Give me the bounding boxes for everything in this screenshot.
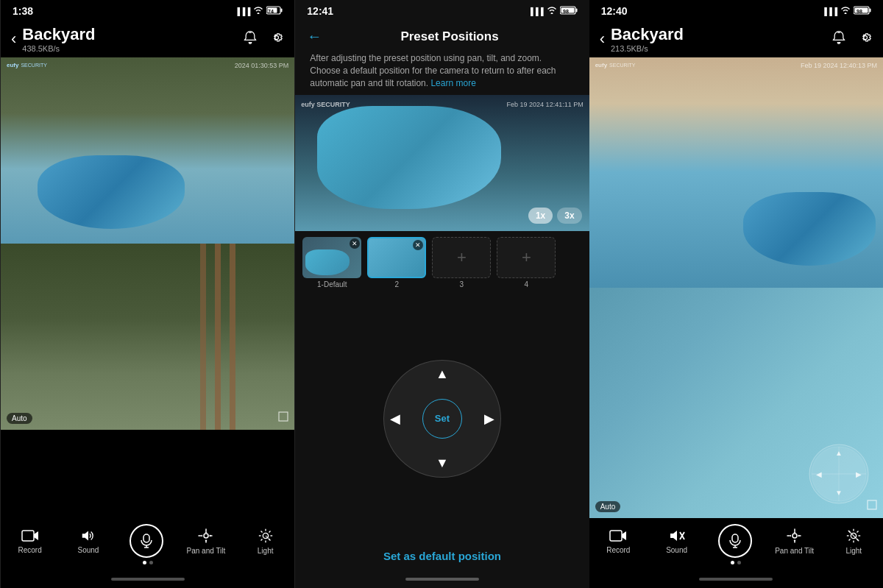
time-left: 1:38: [13, 5, 33, 17]
svg-rect-5: [279, 412, 288, 421]
back-button-left[interactable]: ‹: [11, 29, 16, 49]
header-left: ‹ Backyard 438.5KB/s: [1, 21, 294, 57]
cam-badge-right: eufy SECURITY: [595, 62, 636, 68]
record-label-left: Record: [18, 546, 42, 554]
preset-thumb-img-1[interactable]: ✕: [302, 237, 361, 278]
battery-right: 98: [854, 6, 871, 16]
ptz-left-button[interactable]: ◀: [390, 411, 400, 427]
bell-icon-left[interactable]: [243, 30, 258, 49]
ptz-down-button[interactable]: ▼: [436, 456, 449, 471]
svg-line-51: [857, 531, 859, 532]
preset-eufy-badge: eufy SECURITY: [301, 101, 350, 108]
sound-button-right[interactable]: Sound: [659, 528, 695, 554]
svg-rect-6: [22, 531, 34, 541]
camera-feed-top-right[interactable]: eufy SECURITY Feb 19 2024 12:40:13 PM: [589, 57, 883, 288]
light-button-left[interactable]: Light: [247, 528, 284, 555]
status-icons-right: ▐▐▐ 98: [822, 6, 871, 16]
bandwidth-left: 438.5KB/s: [22, 44, 237, 53]
left-panel: 1:38 ▐▐▐ 74 ‹ Backyard 438.5KB/s: [0, 0, 295, 588]
sound-label-right: Sound: [666, 546, 687, 554]
set-default-button[interactable]: Set as default position: [383, 550, 501, 562]
header-icons-right: [831, 30, 873, 49]
preset-thumb-img-2[interactable]: ✕: [367, 237, 426, 278]
page-dots-right: [589, 558, 883, 564]
record-button-left[interactable]: Record: [12, 528, 49, 554]
pantilt-icon-left: [197, 528, 215, 544]
record-icon-right: [609, 528, 627, 543]
pool-right-top-shape: [743, 192, 876, 266]
header-icons-left: [243, 30, 284, 49]
preset-thumb-add-3[interactable]: +: [432, 237, 491, 278]
time-right: 12:40: [601, 5, 628, 17]
learn-more-link[interactable]: Learn more: [430, 78, 475, 88]
svg-line-20: [266, 536, 270, 540]
sound-label-left: Sound: [77, 546, 99, 554]
svg-rect-26: [869, 9, 870, 13]
light-icon-left: [258, 528, 274, 544]
camera-feed-top-left[interactable]: eufy SECURITY 2024 01:30:53 PM: [1, 57, 294, 244]
ptz-set-button[interactable]: Set: [422, 399, 462, 439]
camera-feed-bottom-left[interactable]: Auto: [1, 244, 294, 430]
svg-point-10: [204, 534, 208, 538]
mic-button-left[interactable]: [128, 524, 165, 558]
pantilt-button-left[interactable]: Pan and Tilt: [187, 528, 226, 555]
preset-thumb-2: ✕ 2: [367, 237, 426, 288]
thumb-pool-1: [305, 249, 350, 275]
zoom-3x-button[interactable]: 3x: [557, 208, 581, 224]
dot-2-left: [149, 561, 153, 564]
toolbar-items-right: Record Sound Pan and Tilt: [589, 524, 883, 558]
ptz-ring: ▲ ▼ ◀ ▶ Set: [383, 360, 501, 478]
mic-button-right[interactable]: [717, 524, 753, 558]
preset-camera-large[interactable]: eufy SECURITY Feb 19 2024 12:41:11 PM 1x…: [295, 95, 589, 231]
svg-line-16: [260, 531, 262, 532]
fullscreen-icon-left[interactable]: [278, 411, 288, 424]
mic-icon-right[interactable]: [718, 524, 752, 558]
fence-2: [215, 244, 221, 430]
status-icons-left: ▐▐▐ 74: [235, 6, 283, 16]
record-icon-left: [21, 528, 39, 543]
set-default-bar: Set as default position: [295, 542, 589, 573]
dot-2-right: [737, 561, 741, 564]
record-button-right[interactable]: Record: [600, 528, 636, 554]
signal-icon-middle: ▐▐▐: [528, 7, 543, 15]
camera-feed-bottom-right[interactable]: Auto ▲ ▼ ◀ ▶: [589, 288, 883, 518]
pantilt-button-right[interactable]: Pan and Tilt: [775, 528, 814, 555]
cam-time-right: Feb 19 2024 12:40:13 PM: [801, 62, 877, 69]
svg-rect-7: [143, 534, 149, 542]
preset-thumb-label-2: 2: [367, 280, 426, 288]
svg-rect-1: [281, 9, 283, 13]
zoom-1x-button[interactable]: 1x: [528, 208, 553, 224]
preset-title: Preset Positions: [322, 29, 577, 44]
preset-thumb-x-2[interactable]: ✕: [413, 240, 423, 250]
sound-button-left[interactable]: Sound: [70, 528, 107, 554]
ptz-up-button[interactable]: ▲: [436, 366, 449, 382]
pantilt-label-right: Pan and Tilt: [775, 547, 814, 555]
gear-icon-right[interactable]: [858, 30, 873, 49]
preset-header: ← Preset Positions: [295, 21, 589, 49]
ptz-right-button[interactable]: ▶: [484, 411, 494, 427]
middle-panel: 12:41 ▐▐▐ 98 ← Preset Positions After ad…: [295, 0, 589, 588]
preset-description: After adjusting the preset position usin…: [295, 49, 589, 95]
svg-text:98: 98: [857, 9, 862, 14]
mic-icon-left[interactable]: [130, 524, 163, 558]
pool-left-top: [38, 155, 185, 229]
auto-badge-left: Auto: [7, 413, 32, 424]
signal-icon-left: ▐▐▐: [235, 7, 250, 15]
light-button-right[interactable]: Light: [835, 528, 872, 555]
record-label-right: Record: [606, 546, 630, 554]
home-bar-middle: [405, 578, 479, 581]
home-bar-left: [111, 578, 185, 581]
sound-muted-icon-right: [668, 528, 686, 543]
bell-icon-right[interactable]: [831, 30, 846, 49]
back-button-right[interactable]: ‹: [600, 29, 605, 49]
preset-thumb-x-1[interactable]: ✕: [350, 238, 360, 249]
svg-text:▶: ▶: [856, 470, 862, 478]
zoom-controls: 1x 3x: [528, 208, 582, 224]
page-dots-left: [1, 558, 294, 564]
wifi-icon-right: [840, 6, 851, 16]
svg-rect-22: [575, 9, 577, 13]
preset-thumb-add-4[interactable]: +: [497, 237, 556, 278]
back-button-middle[interactable]: ←: [307, 28, 322, 45]
svg-text:74: 74: [268, 9, 274, 14]
gear-icon-left[interactable]: [269, 30, 284, 49]
